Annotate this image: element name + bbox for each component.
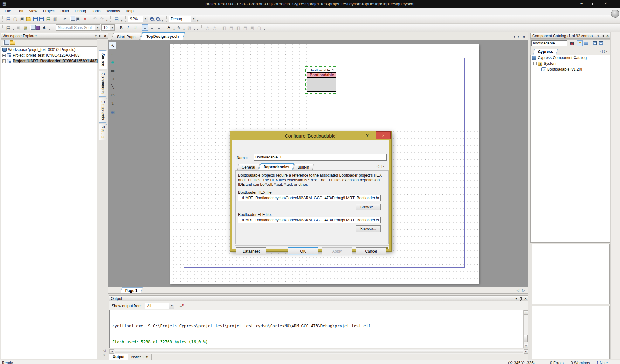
panel-menu-icon[interactable]: ▾ [597,34,599,37]
pin-icon[interactable] [602,35,604,37]
scroll-down-icon[interactable]: ▼ [524,344,528,348]
select-tool-icon[interactable]: ↖ [109,42,116,49]
vscroll-thumb[interactable] [524,335,528,342]
font-color-icon[interactable]: A [166,25,172,30]
catalog-tabs-left-icon[interactable]: ◁ [600,49,602,53]
catalog-root-row[interactable]: Cypress Component Catalog [531,55,610,61]
side-tab-datasheets[interactable]: Datasheets [99,98,107,123]
restore-button[interactable] [588,0,599,7]
align-left-icon[interactable]: ≡ [142,24,148,31]
fill-dropdown-icon[interactable]: ▾ [194,28,195,32]
menu-window[interactable]: Window [103,8,123,14]
tab-start-page[interactable]: Start Page [111,33,141,40]
round-app-badge-icon[interactable] [611,10,619,18]
print-preview-icon[interactable]: ▥ [52,16,59,22]
tab-topdesign[interactable]: TopDesign.cysch [141,32,185,40]
panel-menu-icon[interactable]: ▾ [95,34,97,37]
save-icon[interactable] [33,17,38,21]
group-icon[interactable]: ▣ [249,24,255,31]
stamp-icon[interactable]: ▣ [15,24,22,31]
rotate-left-icon[interactable]: ◴ [204,24,210,31]
menu-edit[interactable]: Edit [14,8,26,14]
line-tool-icon[interactable]: ╲ [109,83,116,91]
italic-icon[interactable]: I [125,24,131,31]
config-combo[interactable]: Debug ▾ [169,16,196,22]
expand-all-icon[interactable]: + [592,40,598,46]
browse-elf-button[interactable]: Browse... [356,225,381,232]
catalog-system-row[interactable]: − ◆ System [531,61,610,66]
save-all-icon[interactable] [39,17,44,21]
tab-scroll-right-icon[interactable]: ▷ [382,165,384,168]
name-input[interactable] [254,154,387,161]
clear-search-icon[interactable] [568,40,574,46]
catalog-tabs-right-icon[interactable]: ▷ [604,49,607,53]
flip-horizontal-icon[interactable]: ◧ [221,24,227,31]
flip-vertical-icon[interactable]: ⬒ [228,24,234,31]
window-layout-icon[interactable]: ▤ [5,24,11,31]
layers-icon[interactable]: ▨ [22,24,29,31]
cut-icon[interactable]: ✂ [62,16,68,22]
dialog-titlebar[interactable]: Configure 'Bootloadable' ? × [230,131,391,140]
scroll-right-icon[interactable]: ▸ [524,349,528,354]
chip-icon[interactable] [36,26,40,30]
scroll-tabs-left-icon[interactable]: ◂ [513,35,515,39]
datasheet-dropdown-icon[interactable]: ▾ [121,19,122,23]
line-color-icon[interactable]: ✎ [176,24,182,31]
expand-all-icon[interactable] [3,41,7,45]
dialog-resize-grip[interactable] [386,246,389,249]
panel-close-icon[interactable]: × [104,34,106,38]
bootloadable-component[interactable]: Bootloadable_1 Bootloadable [307,68,336,92]
elf-file-input[interactable] [238,217,381,223]
new-file-icon[interactable]: ▢ [12,16,18,22]
align-center-icon[interactable]: ≡ [149,24,155,31]
rectangle-tool-icon[interactable]: ▭ [109,67,116,74]
panel-menu-icon[interactable]: ▾ [515,297,517,300]
delete-icon[interactable]: × [82,16,88,22]
side-tab-source[interactable]: Source [99,50,107,69]
tab-scroll-left-icon[interactable]: ◁ [377,165,379,168]
hscroll-thumb[interactable] [115,350,523,353]
datasheet-book-icon[interactable] [583,40,589,46]
add-file-icon[interactable]: ▣ [19,16,25,22]
scroll-tabs-right-icon[interactable]: ▸ [518,35,520,39]
show-folders-icon[interactable] [10,41,15,45]
collapse-all-icon[interactable]: − [598,40,604,46]
redo-icon[interactable]: ↷ [99,16,105,22]
side-tab-results[interactable]: Results [99,124,107,140]
fill-color-icon[interactable]: ▨ [186,24,192,31]
pin-icon[interactable] [520,297,522,300]
line-color-dropdown-icon[interactable]: ▾ [183,28,185,32]
splitter-arrow-up-icon[interactable]: ◁ [103,349,106,352]
font-name-combo[interactable]: Microsoft Sans Serif ▾ [56,24,100,31]
ok-button[interactable]: OK [288,247,318,255]
toolbar-overflow-icon[interactable]: ▾ [264,28,265,32]
cancel-button[interactable]: Cancel [356,247,386,255]
component-instance-label[interactable]: Bootloadable_1 [307,68,336,72]
output-console[interactable]: cyelftool.exe -S C:\Projets_Cypress\proj… [109,310,523,348]
page1-tab[interactable]: Page 1 [120,287,142,293]
image-tool-icon[interactable]: ▦ [109,108,116,115]
clear-output-icon[interactable]: ≡× [177,303,184,309]
zoom-combo-arrow[interactable]: ▾ [143,16,148,22]
font-combo-arrow[interactable]: ▾ [95,25,100,30]
align-shapes-icon[interactable]: ⬒ [242,24,248,31]
undo-icon[interactable]: ↶ [92,16,98,22]
tab-general[interactable]: General [237,164,260,170]
datasheet-button[interactable]: Datasheet [236,247,266,255]
toolbar-overflow-icon[interactable]: ▾ [197,28,198,32]
catalog-search-input[interactable] [531,40,567,46]
font-size-combo[interactable]: 10 ▾ [101,24,115,31]
paste-icon[interactable]: ▣ [75,16,81,22]
new-project-icon[interactable]: ▤ [5,16,11,22]
tree-row-project2[interactable]: + Project 'UART_Bootloader' [CY8C4125AXI… [1,58,97,64]
menu-build[interactable]: Build [58,8,72,14]
collapse-icon[interactable]: − [533,62,537,65]
status-errors[interactable]: 0 Errors [550,361,564,364]
toolbar-overflow-icon[interactable]: ▾ [13,28,14,32]
ungroup-icon[interactable]: ▢ [256,24,262,31]
apply-button[interactable]: Apply [322,247,352,255]
size-combo-arrow[interactable]: ▾ [110,25,114,30]
output-filter-arrow[interactable]: ▾ [169,303,174,309]
menu-file[interactable]: File [2,8,14,14]
minimize-button[interactable]: – [576,0,587,7]
